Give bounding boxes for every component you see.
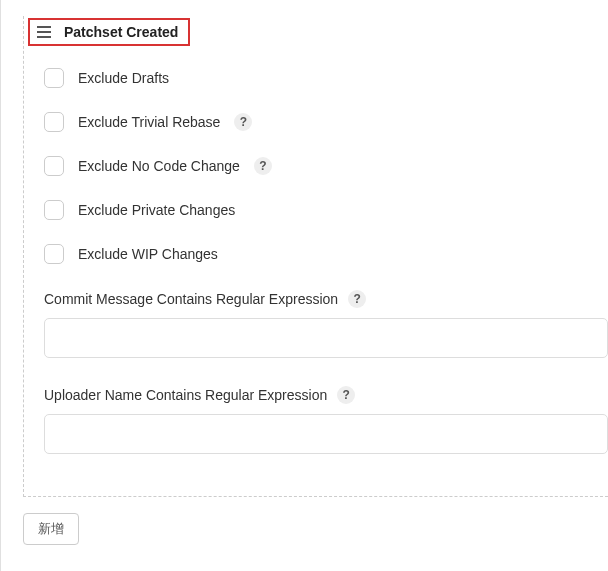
exclude-trivial-rebase-label: Exclude Trivial Rebase xyxy=(78,114,220,130)
help-icon[interactable]: ? xyxy=(254,157,272,175)
commit-message-regex-label: Commit Message Contains Regular Expressi… xyxy=(44,291,338,307)
help-icon[interactable]: ? xyxy=(348,290,366,308)
exclude-drafts-label: Exclude Drafts xyxy=(78,70,169,86)
exclude-no-code-change-label: Exclude No Code Change xyxy=(78,158,240,174)
exclude-drafts-checkbox[interactable] xyxy=(44,68,64,88)
commit-message-regex-input[interactable] xyxy=(44,318,608,358)
exclude-no-code-change-checkbox[interactable] xyxy=(44,156,64,176)
section-title: Patchset Created xyxy=(64,24,178,40)
exclude-no-code-change-row: Exclude No Code Change ? xyxy=(24,148,608,184)
event-config-panel: Patchset Created Exclude Drafts Exclude … xyxy=(23,16,608,497)
commit-message-regex-label-row: Commit Message Contains Regular Expressi… xyxy=(44,290,608,308)
exclude-trivial-rebase-row: Exclude Trivial Rebase ? xyxy=(24,104,608,140)
exclude-drafts-row: Exclude Drafts xyxy=(24,60,608,96)
exclude-wip-changes-checkbox[interactable] xyxy=(44,244,64,264)
exclude-private-changes-checkbox[interactable] xyxy=(44,200,64,220)
uploader-name-regex-group: Uploader Name Contains Regular Expressio… xyxy=(24,376,608,454)
exclude-wip-changes-row: Exclude WIP Changes xyxy=(24,236,608,272)
uploader-name-regex-label-row: Uploader Name Contains Regular Expressio… xyxy=(44,386,608,404)
help-icon[interactable]: ? xyxy=(337,386,355,404)
exclude-private-changes-label: Exclude Private Changes xyxy=(78,202,235,218)
section-header: Patchset Created xyxy=(28,18,190,46)
uploader-name-regex-label: Uploader Name Contains Regular Expressio… xyxy=(44,387,327,403)
exclude-private-changes-row: Exclude Private Changes xyxy=(24,192,608,228)
add-button[interactable]: 新增 xyxy=(23,513,79,545)
commit-message-regex-group: Commit Message Contains Regular Expressi… xyxy=(24,280,608,358)
config-container: Patchset Created Exclude Drafts Exclude … xyxy=(0,0,608,571)
help-icon[interactable]: ? xyxy=(234,113,252,131)
uploader-name-regex-input[interactable] xyxy=(44,414,608,454)
exclude-trivial-rebase-checkbox[interactable] xyxy=(44,112,64,132)
exclude-wip-changes-label: Exclude WIP Changes xyxy=(78,246,218,262)
drag-handle-icon[interactable] xyxy=(36,24,52,40)
